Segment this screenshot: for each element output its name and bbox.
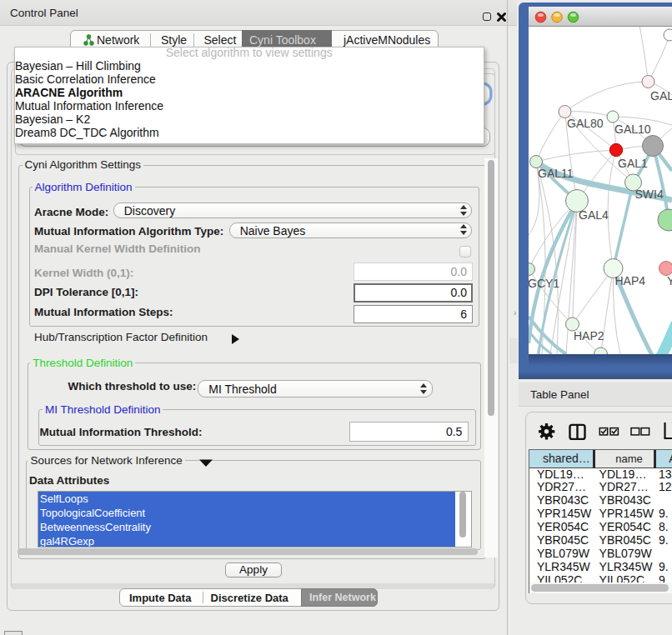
svg-text:GAL10: GAL10: [614, 122, 651, 136]
svg-text:GAL80: GAL80: [567, 117, 604, 130]
svg-text:GAL1: GAL1: [618, 157, 648, 170]
svg-text:Y: Y: [667, 274, 672, 288]
svg-text:SWI4: SWI4: [635, 188, 664, 201]
svg-text:GAL11: GAL11: [538, 167, 574, 180]
svg-text:GAL: GAL: [650, 89, 672, 102]
svg-text:HAP2: HAP2: [574, 329, 604, 342]
svg-text:HAP4: HAP4: [615, 274, 646, 288]
svg-text:GAL4: GAL4: [579, 208, 609, 222]
svg-text:GCY1: GCY1: [529, 277, 559, 290]
